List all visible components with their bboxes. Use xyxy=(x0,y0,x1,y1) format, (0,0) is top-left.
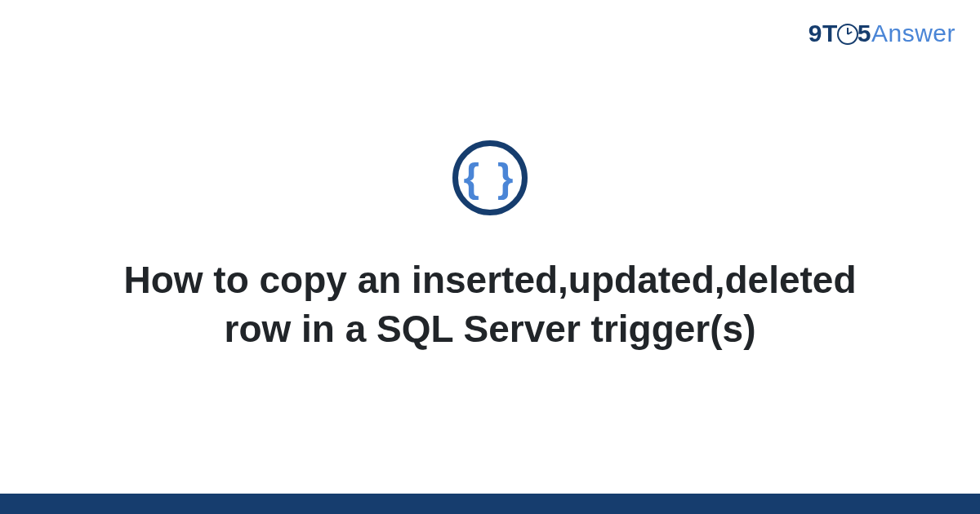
code-braces-icon: { } xyxy=(464,157,517,198)
topic-icon-circle: { } xyxy=(452,140,528,215)
question-title: How to copy an inserted,updated,deleted … xyxy=(114,256,866,354)
footer-bar xyxy=(0,494,980,514)
main-content: { } How to copy an inserted,updated,dele… xyxy=(0,0,980,494)
